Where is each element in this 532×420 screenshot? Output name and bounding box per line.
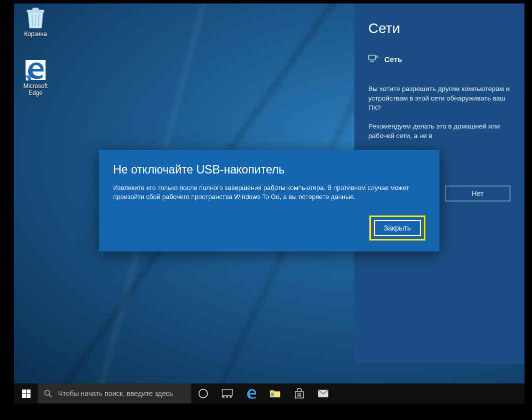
search-placeholder: Чтобы начать поиск, введите здесь [58, 390, 173, 398]
desktop-icon-label: Корзина [17, 30, 54, 38]
svg-rect-27 [299, 395, 301, 396]
start-button[interactable] [14, 384, 38, 404]
svg-rect-7 [369, 55, 375, 60]
network-no-button[interactable]: Нет [445, 186, 510, 202]
taskbar-mail[interactable] [311, 384, 335, 404]
svg-rect-13 [27, 390, 31, 394]
svg-rect-26 [297, 395, 299, 396]
dialog-body: Извлеките его только после полного завер… [113, 184, 425, 202]
folder-icon [270, 388, 281, 399]
svg-rect-10 [376, 56, 378, 58]
ethernet-icon [368, 54, 378, 64]
network-item[interactable]: Сеть [368, 54, 510, 64]
taskbar-search[interactable]: Чтобы начать поиск, введите здесь [38, 384, 191, 404]
usb-warning-dialog: Не отключайте USB-накопитель Извлеките е… [99, 150, 439, 252]
svg-rect-22 [230, 396, 232, 398]
svg-rect-14 [22, 394, 26, 398]
network-label: Сеть [384, 55, 402, 64]
window-frame: Корзина Microsoft Edge Сети [14, 4, 524, 404]
close-button[interactable]: Закрыть [374, 220, 421, 236]
svg-rect-12 [22, 390, 26, 394]
recycle-bin-icon [25, 8, 46, 28]
highlight-annotation: Закрыть [369, 216, 425, 240]
svg-rect-19 [222, 390, 232, 396]
desktop-icon-label: Microsoft Edge [17, 82, 54, 96]
taskbar: Чтобы начать поиск, введите здесь [14, 384, 524, 404]
store-icon [294, 388, 305, 399]
taskbar-edge[interactable] [239, 384, 263, 404]
dialog-title: Не отключайте USB-накопитель [113, 163, 425, 176]
svg-rect-24 [297, 393, 299, 394]
edge-icon [25, 60, 46, 80]
task-view-icon [222, 388, 233, 399]
desktop-icon-recycle-bin[interactable]: Корзина [17, 8, 54, 38]
network-discovery-prompt: Вы хотите разрешить другим компьютерам и… [368, 84, 510, 112]
edge-icon [246, 388, 257, 399]
svg-point-16 [45, 390, 50, 396]
desktop-icon-edge[interactable]: Microsoft Edge [17, 60, 54, 96]
taskbar-store[interactable] [287, 384, 311, 404]
task-view-button[interactable] [215, 384, 239, 404]
svg-rect-20 [222, 396, 225, 398]
cortana-button[interactable] [191, 384, 215, 404]
svg-rect-15 [27, 394, 31, 398]
taskbar-file-explorer[interactable] [263, 384, 287, 404]
network-discovery-hint: Рекомендуем делать это в домашней или ра… [368, 122, 510, 140]
svg-rect-23 [271, 392, 274, 396]
search-icon [44, 390, 52, 398]
svg-rect-25 [299, 393, 301, 394]
svg-line-17 [50, 395, 52, 398]
cortana-icon [198, 388, 209, 399]
svg-rect-1 [33, 8, 39, 10]
svg-rect-21 [226, 396, 228, 398]
networks-title: Сети [368, 20, 510, 36]
svg-line-2 [32, 14, 33, 26]
svg-line-4 [39, 14, 39, 26]
mail-icon [318, 388, 329, 399]
windows-logo-icon [22, 390, 31, 398]
svg-point-18 [199, 390, 208, 398]
